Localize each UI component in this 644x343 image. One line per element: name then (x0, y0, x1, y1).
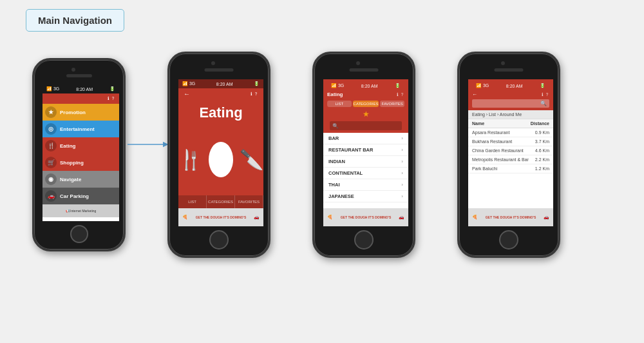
search-icon: 🔍 (540, 101, 547, 106)
phone-2-status-bar: 📶 3G 8:20 AM 🔋 (178, 79, 263, 88)
phone-4: 📶 3G 8:20 AM 🔋 ← ℹ ？ 🔍 Eating › List › A… (457, 52, 560, 258)
tab-categories[interactable]: CATEGORIES (207, 195, 235, 208)
eating-tabs: LIST CATEGORIES FAVORITES (178, 195, 263, 208)
phone3-info-icons: ℹ ？ (397, 92, 404, 98)
restaurant-name: Metropolis Restaurant & Bar (472, 157, 529, 162)
table-row[interactable]: China Garden Restaurant 4.6 Km (468, 146, 553, 155)
categories-tabs: LIST CATEGORIES FAVORITES (327, 99, 404, 108)
menu-item-eating[interactable]: 🍴 Eating (43, 137, 119, 154)
phone-4-status-bar: 📶 3G 8:20 AM 🔋 (472, 81, 549, 90)
eating-icon-area: 🍴 🔪 (178, 124, 263, 195)
table-header: Name Distance (468, 119, 553, 128)
phone-3: 📶 3G 8:20 AM 🔋 Eating ℹ ？ LIST CATEGORIE… (312, 52, 415, 258)
phone-2-screen: 📶 3G 8:20 AM 🔋 ← ℹ ？ Eating 🍴 🔪 LIST CAT… (178, 79, 263, 226)
cat-tab-categories[interactable]: CATEGORIES (353, 101, 379, 107)
tab-favorites[interactable]: FAVORITES (235, 195, 263, 208)
category-restaurant-bar[interactable]: RESTAURANT BAR › (323, 144, 408, 156)
chevron-right-icon: › (401, 147, 403, 153)
name-column-header: Name (472, 121, 484, 126)
phone-3-status-bar: 📶 3G 8:20 AM 🔋 (327, 81, 404, 90)
restaurant-distance: 0.9 Km (535, 130, 549, 135)
restaurant-name: Apsara Restaurant (472, 130, 509, 135)
phone3-header-row: Eating ℹ ？ (327, 92, 404, 98)
table-row[interactable]: Bukhara Restaurant 3.7 Km (468, 137, 553, 146)
search-icon: 🔍 (332, 123, 339, 129)
phone-1-screen: 📶 3G 8:20 AM 🔋 ℹ ？ ★ Promotion ◎ Enterta… (43, 84, 119, 221)
phone-3-screen: 📶 3G 8:20 AM 🔋 Eating ℹ ？ LIST CATEGORIE… (323, 79, 408, 226)
signal-left: 📶 3G (46, 86, 59, 92)
menu-item-shopping[interactable]: 🛒 Shopping (43, 154, 119, 171)
phone3-ad-banner: 🍕 GET THE DOUGH IT'S DOMINO'S 🚗 (323, 208, 408, 226)
eating-screen: 📶 3G 8:20 AM 🔋 ← ℹ ？ Eating 🍴 🔪 LIST CAT… (178, 79, 263, 226)
restaurant-distance: 3.7 Km (535, 139, 549, 144)
chevron-right-icon: › (401, 135, 403, 141)
info-icons: ℹ ？ (251, 91, 258, 97)
categories-search[interactable]: 🔍 (330, 121, 402, 130)
categories-header: 📶 3G 8:20 AM 🔋 Eating ℹ ？ LIST CATEGORIE… (323, 79, 408, 133)
back-icon: ← (184, 90, 190, 97)
category-japanese[interactable]: JAPANESE › (323, 191, 408, 202)
restaurant-distance: 2.2 Km (535, 157, 549, 162)
table-row[interactable]: Apsara Restaurant 0.9 Km (468, 128, 553, 137)
promotion-icon: ★ (45, 106, 57, 118)
phone-1-speaker (66, 74, 92, 77)
phone-connector-arrow (128, 141, 173, 148)
phone4-info-icons: ℹ ？ (542, 92, 549, 98)
phone-2: 📶 3G 8:20 AM 🔋 ← ℹ ？ Eating 🍴 🔪 LIST CAT… (167, 52, 270, 258)
phone-3-camera (356, 61, 360, 65)
carparking-icon: 🚗 (45, 190, 57, 202)
categories-header-title: Eating (327, 92, 343, 98)
category-continental[interactable]: CONTINENTAL › (323, 168, 408, 179)
chevron-right-icon: › (401, 193, 403, 199)
categories-screen: 📶 3G 8:20 AM 🔋 Eating ℹ ？ LIST CATEGORIE… (323, 79, 408, 226)
phone1-ad-banner: 📢 Internet Marketing (43, 204, 119, 217)
distance-column-header: Distance (531, 121, 549, 126)
table-row[interactable]: Park Baluchi 1.2 Km (468, 164, 553, 173)
phone1-header-icons: ℹ ？ (108, 95, 115, 102)
fork-icon: 🍴 (178, 148, 202, 171)
phone2-header: ← ℹ ？ (178, 88, 263, 99)
category-thai[interactable]: THAI › (323, 179, 408, 191)
phone-4-home-button[interactable] (499, 230, 518, 250)
tab-list[interactable]: LIST (178, 195, 207, 208)
menu-item-navigate[interactable]: ◉ Navigate (43, 171, 119, 188)
cat-tab-favorites[interactable]: FAVORITES (380, 101, 404, 107)
category-bar[interactable]: BAR › (323, 133, 408, 144)
restaurant-distance: 4.6 Km (535, 148, 549, 153)
list-search-bar[interactable]: 🔍 (472, 99, 549, 108)
restaurant-name: Park Baluchi (472, 166, 497, 171)
cat-tab-list[interactable]: LIST (327, 101, 352, 107)
phone-4-speaker (495, 68, 524, 72)
plate-icon (209, 142, 233, 177)
table-row[interactable]: Metropolis Restaurant & Bar 2.2 Km (468, 155, 553, 164)
favorites-star: ★ (327, 108, 404, 120)
main-navigation-label: Main Navigation (26, 9, 124, 32)
phone2-ad-banner: 🍕 GET THE DOUGH IT'S DOMINO'S 🚗 (178, 208, 263, 226)
categories-list: BAR › RESTAURANT BAR › INDIAN › CONTINEN… (323, 133, 408, 208)
phone4-ad-banner: 🍕 GET THE DOUGH IT'S DOMINO'S 🚗 (468, 208, 553, 226)
list-header: 📶 3G 8:20 AM 🔋 ← ℹ ？ 🔍 (468, 79, 553, 110)
restaurant-list-screen: 📶 3G 8:20 AM 🔋 ← ℹ ？ 🔍 Eating › List › A… (468, 79, 553, 226)
eating-icon: 🍴 (45, 140, 57, 152)
chevron-right-icon: › (401, 182, 403, 188)
back-icon: ← (472, 92, 477, 98)
phone-1-camera (71, 68, 75, 72)
menu-item-carparking[interactable]: 🚗 Car Parking (43, 188, 119, 204)
phone-2-camera (211, 61, 215, 65)
phone-4-screen: 📶 3G 8:20 AM 🔋 ← ℹ ？ 🔍 Eating › List › A… (468, 79, 553, 226)
restaurant-name: China Garden Restaurant (472, 148, 524, 153)
category-indian[interactable]: INDIAN › (323, 156, 408, 168)
phone-1-status-bar: 📶 3G 8:20 AM 🔋 (43, 84, 119, 93)
menu-item-entertainment[interactable]: ◎ Entertainment (43, 121, 119, 137)
battery: 🔋 (109, 86, 115, 92)
chevron-right-icon: › (401, 159, 403, 164)
phone-3-home-button[interactable] (354, 230, 374, 250)
restaurant-name: Bukhara Restaurant (472, 139, 512, 144)
list-header-row: ← ℹ ？ (472, 92, 549, 98)
menu-item-promotion[interactable]: ★ Promotion (43, 104, 119, 121)
phone-2-home-button[interactable] (209, 230, 229, 250)
eating-screen-title: Eating (178, 99, 263, 124)
phone-4-camera (501, 61, 505, 65)
knife-icon: 🔪 (240, 148, 263, 171)
phone-1-home-button[interactable] (70, 225, 88, 243)
